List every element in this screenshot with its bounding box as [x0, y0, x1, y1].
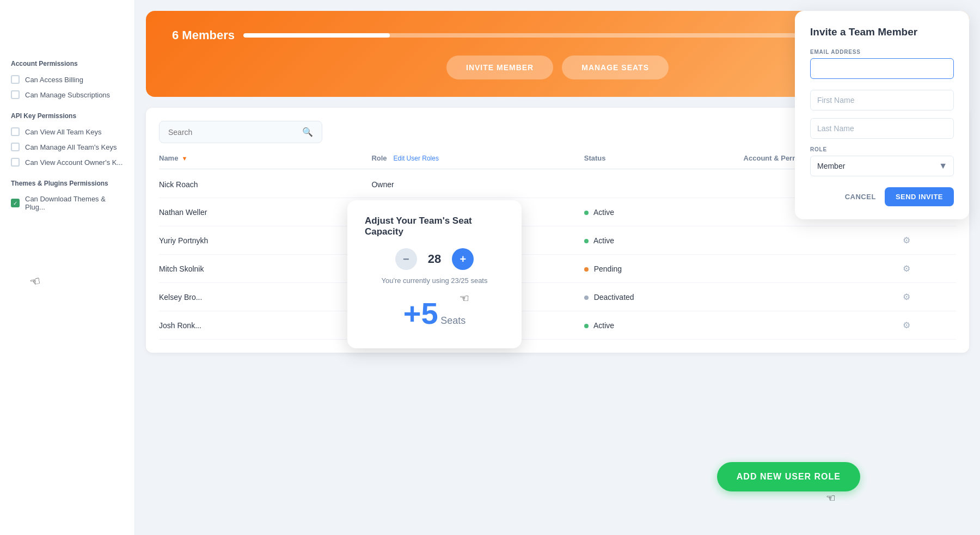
- members-count: 6 Members: [172, 28, 235, 42]
- seats-progress-bar: [243, 33, 855, 38]
- cancel-button[interactable]: CANCEL: [843, 187, 878, 206]
- billing-checkbox[interactable]: [11, 75, 20, 84]
- gear-icon[interactable]: ⚙: [903, 236, 910, 245]
- billing-label: Can Access Billing: [25, 76, 83, 84]
- view-owner-keys-label: Can View Account Owner's K...: [25, 158, 122, 167]
- member-role: Owner: [371, 180, 584, 189]
- member-actions[interactable]: ⚙: [903, 320, 956, 330]
- member-status: Deactivated: [584, 293, 744, 302]
- search-input[interactable]: [168, 128, 297, 137]
- last-name-input[interactable]: [810, 118, 954, 139]
- member-status: Active: [584, 208, 744, 217]
- email-field-label: EMAIL ADDRESS: [810, 49, 954, 55]
- seat-count-value: 28: [428, 252, 441, 266]
- invite-member-button[interactable]: INVITE MEMBER: [446, 56, 553, 79]
- role-select[interactable]: Member Admin Owner: [810, 156, 954, 176]
- seat-change-number: +5: [403, 296, 438, 330]
- manage-keys-label: Can Manage All Team's Keys: [25, 143, 117, 151]
- table-row: Yuriy Portnykh Accountant Active ⚙: [159, 226, 956, 255]
- manage-keys-row[interactable]: Can Manage All Team's Keys: [11, 143, 124, 151]
- download-themes-label: Can Download Themes & Plug...: [25, 195, 124, 211]
- themes-permissions-title: Themes & Plugins Permissions: [11, 180, 124, 187]
- member-status: Pending: [584, 265, 744, 273]
- gear-icon[interactable]: ⚙: [903, 321, 910, 330]
- billing-permission-row[interactable]: Can Access Billing: [11, 75, 124, 84]
- table-row: Josh Ronk... Active ⚙: [159, 311, 956, 340]
- add-new-user-role-button[interactable]: ADD NEW USER ROLE: [717, 462, 860, 491]
- status-dot-icon: [584, 211, 589, 215]
- member-name: Mitch Skolnik: [159, 265, 371, 273]
- gear-icon[interactable]: ⚙: [903, 292, 910, 302]
- role-select-wrapper: Member Admin Owner ▼: [810, 156, 954, 176]
- member-name: Yuriy Portnykh: [159, 236, 371, 245]
- first-name-input[interactable]: [810, 90, 954, 110]
- table-row: Kelsey Bro... Deactivated ⚙: [159, 283, 956, 311]
- increase-seat-button[interactable]: +: [452, 248, 474, 270]
- download-themes-checkbox[interactable]: [11, 199, 20, 207]
- name-column-header: Name ▼: [159, 154, 371, 162]
- seat-counter: − 28 +: [365, 248, 504, 270]
- subscriptions-checkbox[interactable]: [11, 90, 20, 99]
- send-invite-button[interactable]: SEND INVITE: [885, 187, 954, 206]
- view-owner-keys-checkbox[interactable]: [11, 158, 20, 167]
- search-icon: 🔍: [302, 127, 313, 137]
- table-row: Mitch Skolnik Designer Pending ⚙: [159, 255, 956, 283]
- subscriptions-permission-row[interactable]: Can Manage Subscriptions: [11, 90, 124, 99]
- api-permissions-title: API Key Permissions: [11, 112, 124, 120]
- member-actions[interactable]: ⚙: [903, 292, 956, 302]
- seat-change-label: Seats: [440, 315, 465, 326]
- member-name: Nathan Weller: [159, 208, 371, 217]
- email-input[interactable]: [810, 58, 954, 79]
- manage-keys-checkbox[interactable]: [11, 143, 20, 151]
- member-name: Kelsey Bro...: [159, 293, 371, 302]
- member-actions[interactable]: ⚙: [903, 263, 956, 274]
- status-dot-icon: [584, 296, 589, 300]
- seat-popup-title: Adjust Your Team's Seat Capacity: [365, 216, 504, 237]
- member-name: Josh Ronk...: [159, 321, 371, 330]
- view-owner-keys-row[interactable]: Can View Account Owner's K...: [11, 158, 124, 167]
- subscriptions-label: Can Manage Subscriptions: [25, 91, 110, 99]
- banner-buttons: INVITE MEMBER MANAGE SEATS: [446, 56, 669, 79]
- account-permissions-title: Account Permissions: [11, 60, 124, 67]
- status-dot-icon: [584, 267, 589, 272]
- download-themes-row[interactable]: Can Download Themes & Plug...: [11, 195, 124, 211]
- search-bar[interactable]: 🔍: [159, 121, 322, 143]
- manage-seats-button[interactable]: MANAGE SEATS: [562, 56, 669, 79]
- role-column-header: Role Edit User Roles: [371, 154, 584, 162]
- add-role-cursor: ☜: [826, 491, 836, 505]
- sidebar: Account Permissions Can Access Billing C…: [0, 0, 135, 535]
- seat-change-display: +5 Seats: [365, 296, 504, 331]
- member-actions[interactable]: ⚙: [903, 235, 956, 245]
- status-dot-icon: [584, 239, 589, 243]
- member-status: Active: [584, 236, 744, 245]
- role-field-label: ROLE: [810, 146, 954, 152]
- seats-progress-fill: [243, 33, 390, 38]
- seat-usage-text: You're currently using 23/25 seats: [365, 276, 504, 285]
- member-name: Nick Roach: [159, 180, 371, 189]
- invite-panel-title: Invite a Team Member: [810, 26, 954, 38]
- sort-arrow-icon[interactable]: ▼: [181, 155, 187, 162]
- decrease-seat-button[interactable]: −: [395, 248, 417, 270]
- invite-action-buttons: CANCEL SEND INVITE: [810, 187, 954, 206]
- hand-cursor: ☜: [28, 274, 42, 290]
- seat-capacity-popup: Adjust Your Team's Seat Capacity − 28 + …: [347, 200, 522, 348]
- status-column-header: Status: [584, 154, 744, 162]
- member-status: Active: [584, 321, 744, 330]
- gear-icon[interactable]: ⚙: [903, 264, 910, 273]
- status-dot-icon: [584, 324, 589, 328]
- view-keys-checkbox[interactable]: [11, 127, 20, 136]
- view-keys-row[interactable]: Can View All Team Keys: [11, 127, 124, 136]
- view-keys-label: Can View All Team Keys: [25, 128, 101, 136]
- invite-panel: Invite a Team Member EMAIL ADDRESS ROLE …: [795, 11, 969, 219]
- edit-user-roles-link[interactable]: Edit User Roles: [394, 155, 439, 162]
